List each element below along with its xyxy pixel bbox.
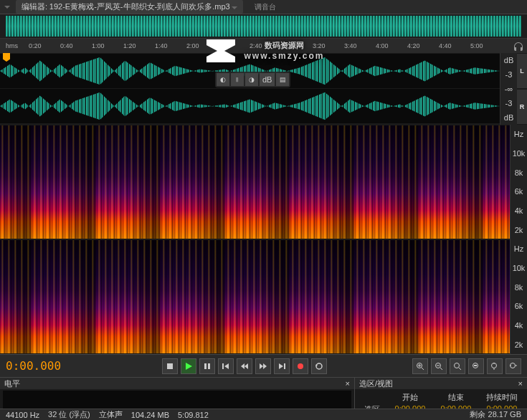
svg-point-8 xyxy=(455,363,460,368)
overview-waveform[interactable] xyxy=(0,14,527,39)
fx-icon[interactable]: ▤ xyxy=(276,73,289,86)
status-bar: 44100 Hz 32 位 (浮点) 立体声 104.24 MB 5:09.81… xyxy=(0,409,527,420)
zoom-in-icon[interactable] xyxy=(412,358,428,374)
col-end: 结束 xyxy=(434,392,478,403)
headphone-icon[interactable] xyxy=(513,42,524,53)
zoom-full-icon[interactable] xyxy=(450,358,465,374)
status-duration: 5:09.812 xyxy=(178,411,209,419)
hz-scale-right: Hz10k8k6k4k2k xyxy=(510,239,527,354)
channel-toolbar: ◐ ⦀ ◑ dB ▤ xyxy=(215,72,290,87)
hz-scale-left: Hz10k8k6k4k2k xyxy=(510,125,527,239)
pause-button[interactable] xyxy=(199,358,215,374)
svg-rect-10 xyxy=(474,365,477,366)
svg-rect-0 xyxy=(167,363,173,369)
zoom-out-icon[interactable] xyxy=(431,358,447,374)
col-duration: 持续时间 xyxy=(480,392,524,403)
status-sample-rate: 44100 Hz xyxy=(6,411,39,419)
svg-rect-3 xyxy=(222,363,224,369)
pan-icon[interactable]: ◑ xyxy=(245,73,258,86)
editor-tab[interactable]: 编辑器: 192-E黄梅戏-严凤英-牛郎织女-到底人间欢乐多.mp3 xyxy=(16,0,243,14)
title-bar: 编辑器: 192-E黄梅戏-严凤英-牛郎织女-到底人间欢乐多.mp3 调音台 xyxy=(0,0,527,14)
close-icon[interactable]: × xyxy=(346,379,350,388)
record-button[interactable] xyxy=(293,358,308,374)
dropdown-icon[interactable] xyxy=(4,6,10,9)
volume-knob-icon[interactable]: ◐ xyxy=(217,73,229,86)
meter-icon[interactable]: ⦀ xyxy=(231,73,244,86)
mixer-tab[interactable]: 调音台 xyxy=(249,1,282,14)
status-free-space: 剩余 28.17 GB xyxy=(470,409,521,420)
svg-rect-2 xyxy=(208,363,210,369)
skip-start-button[interactable] xyxy=(218,358,234,374)
zoom-tools xyxy=(412,358,521,374)
loop-button[interactable] xyxy=(311,358,327,374)
svg-rect-4 xyxy=(284,363,285,369)
svg-rect-1 xyxy=(204,363,206,369)
skip-end-button[interactable] xyxy=(274,358,290,374)
forward-button[interactable] xyxy=(255,358,271,374)
spectrogram-left[interactable] xyxy=(0,125,510,239)
db-scale: dB-3-∞-3dB xyxy=(500,53,517,125)
status-bit-depth: 32 位 (浮点) xyxy=(48,409,90,420)
zoom-in-vertical-icon[interactable] xyxy=(487,358,503,374)
spectrogram-panel: Hz10k8k6k4k2k Hz10k8k6k4k2k xyxy=(0,125,527,354)
waveform-panel: dB-3-∞-3dB L R xyxy=(0,53,527,125)
channel-left-label[interactable]: L xyxy=(517,54,527,88)
status-file-size: 104.24 MB xyxy=(131,411,169,419)
spectrogram-right[interactable] xyxy=(0,240,510,353)
db-readout[interactable]: dB xyxy=(260,73,275,86)
channel-right-label[interactable]: R xyxy=(517,90,527,124)
level-title: 电平 xyxy=(4,378,20,389)
play-button[interactable] xyxy=(181,358,196,374)
time-display[interactable]: 0:00.000 xyxy=(6,359,70,373)
transport-bar: 0:00.000 xyxy=(0,354,527,377)
stop-button[interactable] xyxy=(162,358,178,374)
waveform-right[interactable] xyxy=(0,89,500,123)
status-channels: 立体声 xyxy=(99,409,123,420)
zoom-selection-icon[interactable] xyxy=(468,358,484,374)
svg-point-5 xyxy=(298,363,303,369)
zoom-out-vertical-icon[interactable] xyxy=(505,358,521,374)
selection-title: 选区/视图 xyxy=(359,378,393,389)
rewind-button[interactable] xyxy=(237,358,252,374)
close-icon[interactable]: × xyxy=(518,379,523,388)
time-ruler[interactable]: hms 0:20 0:40 1:00 1:20 1:40 2:00 2:20 2… xyxy=(0,39,527,53)
col-start: 开始 xyxy=(388,392,432,403)
